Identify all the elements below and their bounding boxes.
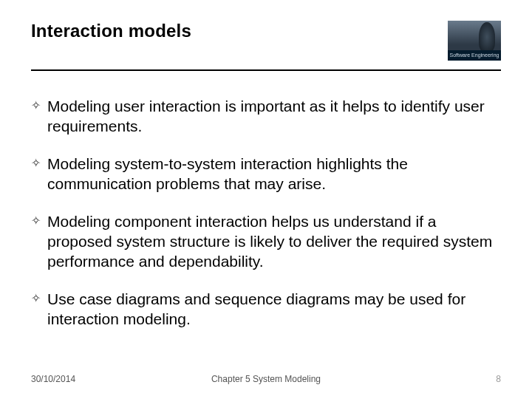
book-cover-label: Software Engineering <box>448 50 501 61</box>
gherkin-icon <box>479 22 495 52</box>
header: Interaction models Software Engineering <box>31 0 501 61</box>
bullet-text: Modeling component interaction helps us … <box>47 211 501 271</box>
bullet-text: Use case diagrams and sequence diagrams … <box>47 289 501 329</box>
bullet-icon: ✧ <box>31 96 47 115</box>
slide: Interaction models Software Engineering … <box>0 0 532 399</box>
bullet-text: Modeling user interaction is important a… <box>47 96 501 136</box>
footer-chapter: Chapter 5 System Modeling <box>31 374 501 384</box>
bullet-icon: ✧ <box>31 211 47 231</box>
bullet-icon: ✧ <box>31 289 47 308</box>
divider <box>31 69 501 71</box>
bullet-icon: ✧ <box>31 154 47 173</box>
list-item: ✧ Use case diagrams and sequence diagram… <box>31 289 501 329</box>
content: ✧ Modeling user interaction is important… <box>31 96 501 329</box>
footer: 30/10/2014 Chapter 5 System Modeling 8 <box>31 374 501 384</box>
list-item: ✧ Modeling system-to-system interaction … <box>31 154 501 194</box>
bullet-text: Modeling system-to-system interaction hi… <box>47 154 501 194</box>
book-cover-image: Software Engineering <box>448 21 501 61</box>
slide-title: Interaction models <box>31 21 191 41</box>
list-item: ✧ Modeling user interaction is important… <box>31 96 501 136</box>
list-item: ✧ Modeling component interaction helps u… <box>31 211 501 271</box>
